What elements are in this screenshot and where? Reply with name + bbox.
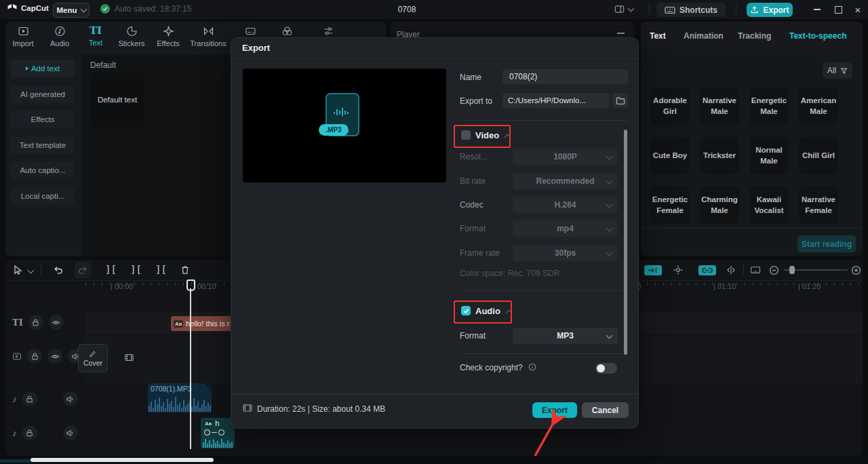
tab-text-to-speech[interactable]: Text-to-speech <box>789 31 846 41</box>
tts-audio-clip[interactable]: Aa h <box>201 418 235 448</box>
playhead[interactable] <box>186 279 195 449</box>
select-tool-button[interactable] <box>12 265 23 275</box>
redo-button[interactable] <box>75 262 91 278</box>
toolbar-item-captions[interactable] <box>231 26 269 37</box>
export-path-input[interactable]: C:/Users/HP/Downlo... <box>502 93 609 108</box>
text-clip[interactable]: Aa hello! this is r <box>171 316 239 331</box>
keyframe-dot[interactable] <box>204 429 210 436</box>
split-right-button[interactable]: ][ <box>155 264 167 275</box>
minimize-button[interactable] <box>811 4 823 15</box>
split-left-button[interactable]: ][ <box>105 264 117 275</box>
eye-icon[interactable] <box>47 349 62 364</box>
resolution-select[interactable]: 1080P <box>513 149 618 165</box>
voice-card-narrative-male[interactable]: Narrative Male <box>700 88 739 125</box>
lock-icon[interactable] <box>27 349 42 364</box>
cancel-button[interactable]: Cancel <box>582 402 629 418</box>
mirror-split-icon[interactable] <box>726 265 736 275</box>
toolbar-item-text[interactable]: TI Text <box>77 25 115 47</box>
titlebar: CapCut Menu Auto saved: 18:37:15 0708 Sh… <box>0 0 868 19</box>
cover-button[interactable]: Cover <box>78 344 108 372</box>
voice-card-energetic-male[interactable]: Energetic Male <box>749 88 789 125</box>
sidebar-item-auto-captions[interactable]: Auto captio... <box>11 161 75 179</box>
autosave-text: Auto saved: 18:37:15 <box>115 4 191 14</box>
menu-label: Menu <box>56 6 77 14</box>
export-button-top[interactable]: Export <box>747 3 793 17</box>
toolbar-item-audio[interactable]: Audio <box>41 26 79 47</box>
snap-toggle-button[interactable] <box>644 265 662 275</box>
sidebar-item-effects[interactable]: Effects <box>11 111 75 128</box>
voice-card-chill-girl[interactable]: Chill Girl <box>799 137 838 174</box>
voice-card-normal-male[interactable]: Normal Male <box>749 137 789 174</box>
audio-clip[interactable]: 0708(1).MP3 <box>148 383 212 412</box>
timeline-h-scrollbar[interactable] <box>31 458 214 462</box>
delete-button[interactable] <box>180 265 191 275</box>
voice-card-adorable-girl[interactable]: Adorable Girl <box>650 88 690 125</box>
voice-card-american-male[interactable]: American Male <box>799 88 838 125</box>
shortcuts-button[interactable]: Shortcuts <box>656 3 726 17</box>
annotation-arrow <box>522 407 570 464</box>
maximize-icon <box>835 6 842 14</box>
default-text-card[interactable]: Default text <box>90 73 144 127</box>
tab-text[interactable]: Text <box>650 31 666 41</box>
eye-icon[interactable] <box>49 315 64 330</box>
close-button[interactable]: × <box>852 4 864 15</box>
timeline-zoom-slider[interactable] <box>784 269 848 271</box>
bitrate-label: Bit rate <box>460 176 486 186</box>
sidebar-item-text-template[interactable]: Text template <box>11 136 75 154</box>
bitrate-select[interactable]: Recommended <box>513 173 618 189</box>
start-reading-button[interactable]: Start reading <box>797 235 856 252</box>
split-button[interactable]: ][ <box>130 264 142 275</box>
preview-quality-icon[interactable] <box>750 265 761 275</box>
collapse-panel-icon[interactable] <box>617 33 625 34</box>
voice-card-narrative-female[interactable]: Narrative Female <box>799 187 838 224</box>
voice-label: Chill Girl <box>802 151 835 161</box>
toolbar-item-import[interactable]: Import <box>4 26 42 47</box>
framerate-select[interactable]: 30fps <box>513 245 618 261</box>
audio-track-header-2: ♪ <box>12 425 78 440</box>
sidebar-item-add-text[interactable]: Add text <box>11 60 75 77</box>
voice-card-energetic-female[interactable]: Energetic Female <box>650 187 690 224</box>
toolbar-item-filters[interactable] <box>268 26 306 37</box>
voice-card-trickster[interactable]: Trickster <box>700 137 739 174</box>
toolbar-item-effects[interactable]: Effects <box>149 26 187 47</box>
text-track-header: TI <box>12 315 64 330</box>
name-input[interactable]: 0708(2) <box>502 69 628 84</box>
toolbar-item-stickers[interactable]: Stickers <box>113 26 151 47</box>
zoom-out-icon[interactable] <box>769 265 779 275</box>
undo-button[interactable] <box>53 265 64 275</box>
voice-card-cute-boy[interactable]: Cute Boy <box>650 137 690 174</box>
link-toggle-button[interactable] <box>698 265 716 275</box>
voice-card-charming-male[interactable]: Charming Male <box>700 187 739 224</box>
copyright-toggle[interactable] <box>595 363 617 374</box>
auto-split-icon[interactable] <box>673 265 684 275</box>
lock-icon[interactable] <box>22 391 37 406</box>
sidebar-item-ai-generated[interactable]: AI generated <box>11 85 75 103</box>
playhead-handle[interactable] <box>186 279 195 291</box>
voice-label: Energetic Male <box>751 96 787 117</box>
audio-format-select[interactable]: MP3 <box>513 328 618 344</box>
voice-filter-button[interactable]: All <box>823 62 852 79</box>
voice-label: Energetic Female <box>652 195 688 216</box>
keyframe-dot[interactable] <box>218 429 224 436</box>
lock-icon[interactable] <box>28 315 43 330</box>
mute-icon[interactable] <box>63 391 78 406</box>
mute-icon[interactable] <box>63 425 78 440</box>
redo-icon <box>77 265 88 275</box>
cover-label: Cover <box>83 359 102 367</box>
dialog-scrollbar[interactable] <box>624 130 627 355</box>
layout-toggle-button[interactable] <box>614 4 633 14</box>
tab-tracking[interactable]: Tracking <box>738 31 771 41</box>
toolbar-item-adjustment[interactable] <box>309 26 347 37</box>
voice-card-kawaii-vocalist[interactable]: Kawaii Vocalist <box>749 187 789 224</box>
browse-folder-button[interactable] <box>612 93 628 108</box>
codec-select[interactable]: H.264 <box>513 197 618 213</box>
lock-icon[interactable] <box>22 425 37 440</box>
maximize-button[interactable] <box>832 4 844 15</box>
format-select[interactable]: mp4 <box>513 220 618 237</box>
sidebar-item-local-captions[interactable]: Local capti... <box>11 187 75 205</box>
toolbar-item-transitions[interactable]: Transitions <box>189 26 227 47</box>
slider-handle[interactable] <box>789 266 795 274</box>
zoom-in-icon[interactable] <box>851 265 861 275</box>
menu-button[interactable]: Menu <box>53 3 90 18</box>
tab-animation[interactable]: Animation <box>684 31 724 41</box>
